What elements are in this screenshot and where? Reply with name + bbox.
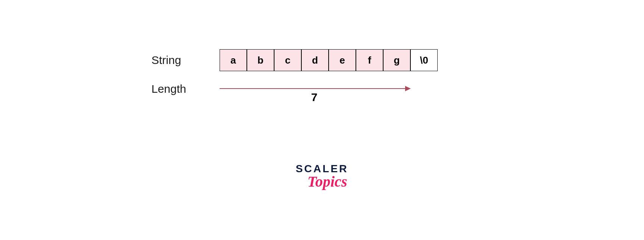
cell-3: d (301, 49, 329, 71)
cell-5: f (356, 49, 383, 71)
cell-0: a (220, 49, 247, 71)
svg-marker-1 (405, 86, 411, 91)
string-length-diagram: String a b c d e f g \0 Length 7 (151, 49, 492, 105)
cell-1: b (247, 49, 274, 71)
cell-6: g (383, 49, 410, 71)
string-row: String a b c d e f g \0 (151, 49, 492, 71)
length-label: Length (151, 83, 220, 95)
logo-line2: Topics (301, 173, 354, 190)
length-arrow-area: 7 (220, 83, 409, 105)
cell-2: c (274, 49, 301, 71)
length-row: Length 7 (151, 83, 492, 105)
cell-4: e (329, 49, 356, 71)
string-cells: a b c d e f g \0 (220, 49, 438, 71)
length-value: 7 (311, 91, 318, 104)
string-label: String (151, 54, 220, 67)
cell-null-terminator: \0 (410, 49, 438, 71)
scaler-topics-logo: SCALER Topics (296, 163, 348, 190)
